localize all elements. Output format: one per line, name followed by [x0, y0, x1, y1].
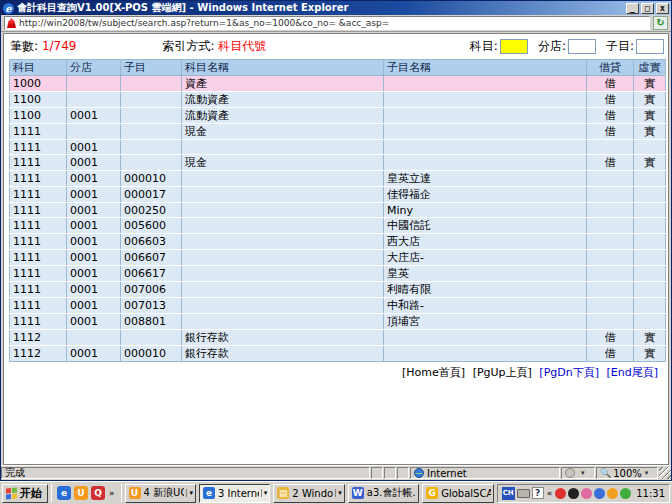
table-row[interactable]: 11120001000010銀行存款借實: [10, 346, 666, 362]
table-row[interactable]: 11110001現金借實: [10, 155, 666, 171]
cell: 皇英: [384, 266, 587, 282]
table-row[interactable]: 1000資產借實: [10, 76, 666, 92]
cell: [182, 140, 384, 155]
cell: [634, 234, 666, 250]
cell: 005600: [121, 218, 182, 234]
qq-quick-icon[interactable]: Q: [91, 486, 105, 500]
uc-quick-icon[interactable]: U: [74, 486, 88, 500]
column-header: 虛實: [634, 60, 666, 76]
close-button[interactable]: x: [656, 3, 669, 14]
star-tray-icon[interactable]: [607, 488, 618, 499]
address-url: http://win2008/tw/subject/search.asp?ret…: [19, 18, 389, 28]
cell: 實: [634, 346, 666, 362]
group-chevron-icon[interactable]: ▾: [186, 489, 193, 497]
taskbar-divider: [51, 484, 52, 502]
cell: [121, 108, 182, 124]
cell: [384, 108, 587, 124]
table-row[interactable]: 11110001000010皇英立達: [10, 171, 666, 187]
taskbar-button-label: GlobalSCAP...: [441, 488, 490, 499]
record-count-label: 筆數: 1/749: [10, 38, 76, 55]
cell: 1111: [10, 171, 67, 187]
cell: [634, 314, 666, 330]
quick-launch-chevron-icon[interactable]: »: [108, 488, 116, 498]
table-row[interactable]: 11110001006603西大店: [10, 234, 666, 250]
pgdn-page-link[interactable]: [PgDn下頁]: [539, 366, 599, 379]
end-page-link[interactable]: [End尾頁]: [607, 366, 659, 379]
help-icon[interactable]: ?: [532, 487, 544, 499]
start-button[interactable]: 开始: [2, 484, 48, 503]
cell: [182, 234, 384, 250]
group-chevron-icon[interactable]: ▾: [335, 489, 342, 497]
zoom-control[interactable]: 🔍 100% ▾: [596, 467, 658, 479]
clock: 11:31: [636, 488, 665, 499]
taskbar-button[interactable]: e3 Interne...▾: [199, 484, 270, 503]
cell: 銀行存款: [182, 330, 384, 346]
table-row[interactable]: 1100流動資產借實: [10, 92, 666, 108]
qq-tray-icon[interactable]: [555, 488, 566, 499]
taskbar-divider2: [121, 484, 122, 502]
app-tray-icon[interactable]: [594, 488, 605, 499]
tray-chevron-icon[interactable]: «: [546, 488, 554, 498]
cell: 1100: [10, 108, 67, 124]
status-pane-2: [384, 467, 396, 479]
cell: 000010: [121, 346, 182, 362]
subitem-input[interactable]: [636, 39, 664, 54]
column-header: 分店: [67, 60, 121, 76]
table-row[interactable]: 11000001流動資產借實: [10, 108, 666, 124]
table-row[interactable]: 11110001006607大庄店-: [10, 250, 666, 266]
pgup-page-link[interactable]: [PgUp上頁]: [473, 366, 532, 379]
minimize-button[interactable]: _: [626, 3, 639, 14]
printer-icon[interactable]: [517, 489, 530, 498]
table-row[interactable]: 11110001007013中和路-: [10, 298, 666, 314]
cell: 0001: [67, 266, 121, 282]
accounts-table: 科目分店子目科目名稱子目名稱借貸虛實 1000資產借實1100流動資產借實110…: [9, 59, 666, 362]
cell: [587, 314, 634, 330]
table-row[interactable]: 11110001007006利晴有限: [10, 282, 666, 298]
table-row[interactable]: 11110001000017佳得福企: [10, 187, 666, 203]
table-row[interactable]: 11110001005600中國信託: [10, 218, 666, 234]
table-row[interactable]: 1111現金借實: [10, 124, 666, 140]
subitem-label: 子目:: [606, 38, 634, 55]
column-header: 科目: [10, 60, 67, 76]
table-row[interactable]: 11110001000250Miny: [10, 203, 666, 218]
count-value: 1/749: [42, 39, 77, 53]
table-row[interactable]: 11110001: [10, 140, 666, 155]
maximize-button[interactable]: □: [641, 3, 654, 14]
address-input[interactable]: http://win2008/tw/subject/search.asp?ret…: [4, 16, 650, 30]
subject-input[interactable]: [500, 39, 528, 54]
index-caption: 索引方式:: [162, 39, 214, 53]
messenger-tray-icon[interactable]: [581, 488, 592, 499]
language-indicator[interactable]: CH: [502, 487, 515, 500]
cell: 實: [634, 92, 666, 108]
penguin-tray-icon[interactable]: [568, 488, 579, 499]
taskbar-button[interactable]: ▤2 Windows...▾: [273, 484, 344, 503]
zoom-chevron-icon: ▾: [645, 469, 649, 477]
tray-icons: [555, 488, 631, 499]
taskbar-button[interactable]: U4 新浪UC▾: [125, 484, 196, 503]
cell: [634, 266, 666, 282]
page-content: 筆數: 1/749 索引方式: 科目代號 科目: 分店: 子目: 科目分店子目科…: [3, 33, 669, 465]
protected-mode-pane[interactable]: ▾: [561, 467, 595, 479]
refresh-go-button[interactable]: ↻: [653, 16, 668, 30]
table-row[interactable]: 11110001006617皇英: [10, 266, 666, 282]
ie-quick-icon[interactable]: e: [57, 486, 71, 500]
table-row[interactable]: 11110001008801頂埔宮: [10, 314, 666, 330]
update-tray-icon[interactable]: [620, 488, 631, 499]
count-caption: 筆數:: [10, 39, 38, 53]
cell: 1111: [10, 187, 67, 203]
group-chevron-icon[interactable]: ▾: [261, 489, 268, 497]
taskbar-button[interactable]: Wa3.會計帳...: [348, 484, 419, 503]
cell: [587, 298, 634, 314]
cell: Miny: [384, 203, 587, 218]
cell: 1111: [10, 298, 67, 314]
taskbar-button[interactable]: GGlobalSCAP...: [422, 484, 493, 503]
cell: 1111: [10, 266, 67, 282]
resize-grip[interactable]: [659, 467, 671, 479]
cell: 流動資產: [182, 108, 384, 124]
cell: 實: [634, 108, 666, 124]
branch-input[interactable]: [568, 39, 596, 54]
table-row[interactable]: 1112銀行存款借實: [10, 330, 666, 346]
cell: [182, 203, 384, 218]
home-page-link[interactable]: [Home首頁]: [402, 366, 465, 379]
cell: 借: [587, 346, 634, 362]
